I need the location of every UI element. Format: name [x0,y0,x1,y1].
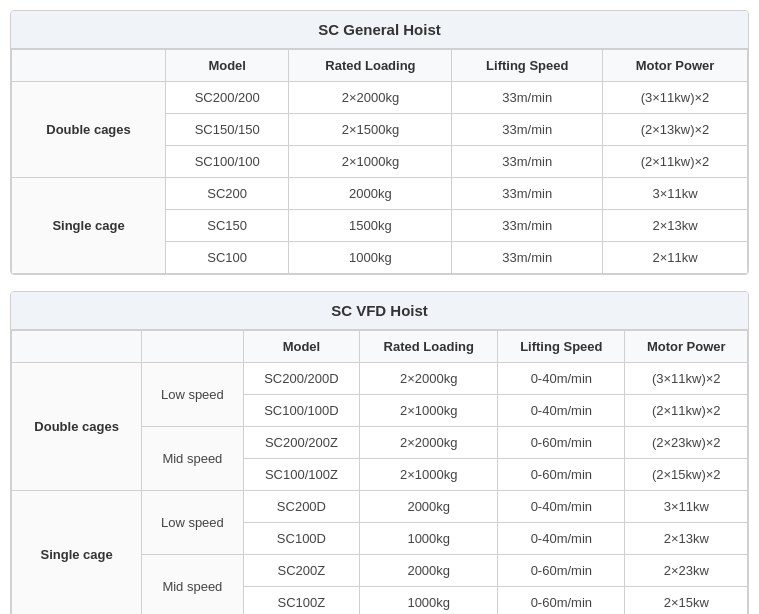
section-label: Single cage [12,491,142,615]
vfd-hoist-section: SC VFD Hoist Model Rated Loading Lifting… [10,291,749,614]
cell-loading: 1000kg [289,242,452,274]
th2-col4: Lifting Speed [498,331,625,363]
cell-power: 3×11kw [603,178,748,210]
cell-model: SC100/100D [243,395,360,427]
cell-speed: 0-60m/min [498,587,625,615]
cell-speed: 33m/min [452,82,603,114]
cell-speed: 33m/min [452,210,603,242]
section-label: Double cages [12,363,142,491]
cell-model: SC150/150 [166,114,289,146]
cell-loading: 2000kg [289,178,452,210]
cell-power: 2×23kw [625,555,748,587]
cell-power: 2×15kw [625,587,748,615]
th2-col1 [142,331,243,363]
cell-speed: 33m/min [452,114,603,146]
th1-col4: Motor Power [603,50,748,82]
section-label: Single cage [12,178,166,274]
cell-speed: 0-40m/min [498,363,625,395]
cell-model: SC200 [166,178,289,210]
table-row: Single cageSC2002000kg33m/min3×11kw [12,178,748,210]
table-row: Double cagesSC200/2002×2000kg33m/min(3×1… [12,82,748,114]
table2-header-row: Model Rated Loading Lifting Speed Motor … [12,331,748,363]
cell-power: 2×13kw [603,210,748,242]
cell-power: 3×11kw [625,491,748,523]
general-hoist-section: SC General Hoist Model Rated Loading Lif… [10,10,749,275]
cell-loading: 2000kg [360,491,498,523]
cell-model: SC200Z [243,555,360,587]
cell-model: SC100D [243,523,360,555]
sub-section-label: Mid speed [142,555,243,615]
vfd-hoist-table: Model Rated Loading Lifting Speed Motor … [11,330,748,614]
cell-power: (3×11kw)×2 [625,363,748,395]
th2-col0 [12,331,142,363]
cell-power: (3×11kw)×2 [603,82,748,114]
table2-body: Double cagesLow speedSC200/200D2×2000kg0… [12,363,748,615]
cell-power: (2×11kw)×2 [625,395,748,427]
cell-power: (2×23kw)×2 [625,427,748,459]
cell-loading: 1000kg [360,523,498,555]
general-hoist-table: Model Rated Loading Lifting Speed Motor … [11,49,748,274]
sub-section-label: Low speed [142,363,243,427]
cell-model: SC200/200D [243,363,360,395]
th1-col1: Model [166,50,289,82]
th1-col0 [12,50,166,82]
cell-speed: 33m/min [452,178,603,210]
general-hoist-title: SC General Hoist [11,11,748,49]
th1-col2: Rated Loading [289,50,452,82]
vfd-hoist-title: SC VFD Hoist [11,292,748,330]
cell-speed: 0-60m/min [498,555,625,587]
cell-loading: 2×1000kg [289,146,452,178]
cell-power: (2×11kw)×2 [603,146,748,178]
cell-loading: 2000kg [360,555,498,587]
cell-loading: 2×1500kg [289,114,452,146]
cell-model: SC150 [166,210,289,242]
cell-model: SC100Z [243,587,360,615]
cell-speed: 0-40m/min [498,523,625,555]
table1-body: Double cagesSC200/2002×2000kg33m/min(3×1… [12,82,748,274]
cell-power: 2×13kw [625,523,748,555]
cell-model: SC100/100 [166,146,289,178]
cell-speed: 33m/min [452,242,603,274]
cell-power: (2×15kw)×2 [625,459,748,491]
cell-speed: 0-60m/min [498,427,625,459]
cell-speed: 0-40m/min [498,395,625,427]
th2-col2: Model [243,331,360,363]
table1-header-row: Model Rated Loading Lifting Speed Motor … [12,50,748,82]
sub-section-label: Mid speed [142,427,243,491]
cell-loading: 2×2000kg [360,427,498,459]
cell-loading: 2×1000kg [360,459,498,491]
cell-loading: 2×2000kg [289,82,452,114]
th2-col5: Motor Power [625,331,748,363]
cell-model: SC200D [243,491,360,523]
cell-speed: 0-40m/min [498,491,625,523]
cell-speed: 33m/min [452,146,603,178]
table-row: Double cagesLow speedSC200/200D2×2000kg0… [12,363,748,395]
sub-section-label: Low speed [142,491,243,555]
cell-model: SC200/200Z [243,427,360,459]
cell-model: SC200/200 [166,82,289,114]
th1-col3: Lifting Speed [452,50,603,82]
th2-col3: Rated Loading [360,331,498,363]
table-row: Single cageLow speedSC200D2000kg0-40m/mi… [12,491,748,523]
cell-power: (2×13kw)×2 [603,114,748,146]
cell-loading: 2×1000kg [360,395,498,427]
cell-model: SC100 [166,242,289,274]
cell-loading: 2×2000kg [360,363,498,395]
cell-loading: 1000kg [360,587,498,615]
cell-model: SC100/100Z [243,459,360,491]
cell-speed: 0-60m/min [498,459,625,491]
cell-loading: 1500kg [289,210,452,242]
section-label: Double cages [12,82,166,178]
cell-power: 2×11kw [603,242,748,274]
